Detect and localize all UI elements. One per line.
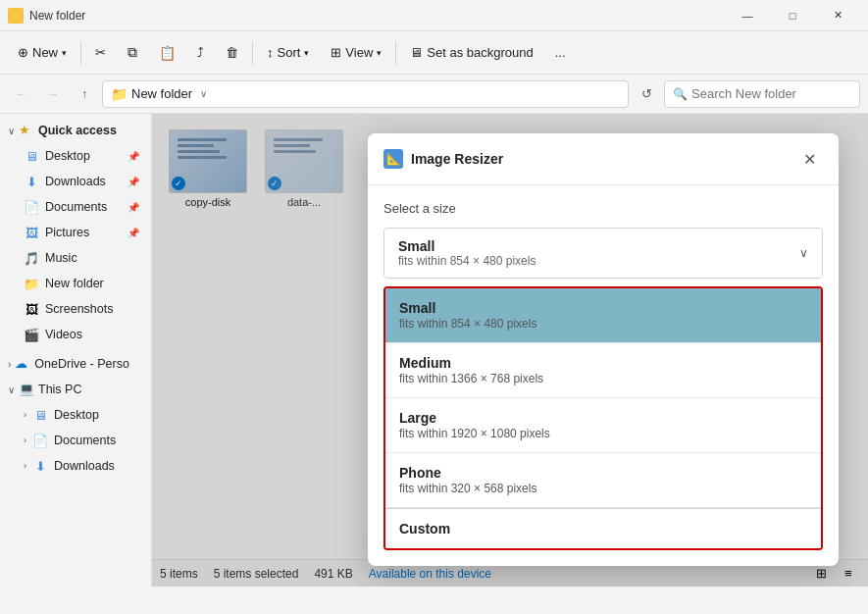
size-medium-desc: fits within 1366 × 768 pixels (399, 372, 807, 385)
size-list: Small fits within 854 × 480 pixels Mediu… (383, 286, 823, 550)
size-large-desc: fits within 1920 × 1080 pixels (399, 427, 807, 440)
size-dropdown-header[interactable]: Small fits within 854 × 480 pixels ∨ (384, 229, 822, 278)
address-box[interactable]: 📁 New folder ∨ (102, 80, 629, 108)
sidebar-item-newfolder[interactable]: 📁 New folder (4, 271, 147, 296)
set-background-button[interactable]: 🖥 Set as background (400, 36, 542, 70)
size-option-small[interactable]: Small fits within 854 × 480 pixels (385, 288, 821, 343)
refresh-button[interactable]: ↺ (633, 80, 660, 108)
size-small-desc: fits within 854 × 480 pixels (399, 317, 807, 331)
thispc-header[interactable]: ∨ 💻 This PC (0, 377, 151, 402)
size-medium-name: Medium (399, 355, 807, 371)
sidebar-item-documents[interactable]: 📄 Documents 📌 (4, 194, 147, 220)
thispc-dl-chevron: › (24, 461, 26, 471)
copy-icon: ⧉ (128, 44, 137, 61)
content-area: ✓ copy-disk ✓ data-... (152, 114, 868, 587)
delete-button[interactable]: 🗑 (216, 36, 248, 70)
size-option-phone[interactable]: Phone fits within 320 × 568 pixels (385, 453, 821, 508)
quick-access-label: Quick access (38, 124, 117, 137)
view-button[interactable]: ⊞ View ▾ (321, 36, 391, 70)
sidebar-item-pictures[interactable]: 🖼 Pictures 📌 (4, 220, 147, 245)
modal-app-icon: 📐 (383, 149, 403, 169)
sidebar-thispc-documents[interactable]: › 📄 Documents (4, 428, 147, 453)
thispc-docs-icon: 📄 (32, 433, 48, 448)
pictures-icon: 🖼 (24, 225, 39, 240)
sort-chevron: ▾ (304, 48, 309, 58)
sidebar-pictures-label: Pictures (45, 226, 89, 239)
main-layout: ∨ ★ Quick access 🖥 Desktop 📌 ⬇ Downloads… (0, 114, 868, 587)
new-icon: ⊕ (18, 45, 28, 60)
title-bar: New folder — □ ✕ (0, 0, 868, 31)
new-button[interactable]: ⊕ New ▾ (8, 36, 77, 70)
desktop-icon: 🖥 (24, 148, 39, 164)
onedrive-header[interactable]: › ☁ OneDrive - Perso (0, 351, 151, 377)
sidebar-item-downloads[interactable]: ⬇ Downloads 📌 (4, 169, 147, 194)
screenshots-icon: 🖼 (24, 301, 39, 317)
sidebar-item-videos[interactable]: 🎬 Videos (4, 322, 147, 347)
modal-subtitle: Select a size (383, 201, 823, 216)
window-title: New folder (29, 9, 85, 23)
size-option-large[interactable]: Large fits within 1920 × 1080 pixels (385, 398, 821, 453)
delete-icon: 🗑 (226, 45, 238, 60)
cut-button[interactable]: ✂ (85, 36, 116, 70)
share-button[interactable]: ⤴ (187, 36, 214, 70)
paste-button[interactable]: 📋 (149, 36, 185, 70)
size-dropdown[interactable]: Small fits within 854 × 480 pixels ∨ (383, 228, 823, 279)
sidebar-downloads-label: Downloads (45, 175, 106, 188)
sidebar-item-desktop[interactable]: 🖥 Desktop 📌 (4, 143, 147, 169)
title-bar-left: New folder (8, 8, 85, 24)
quick-access-star-icon: ★ (19, 123, 34, 138)
search-icon: 🔍 (673, 87, 688, 101)
dropdown-chevron-icon: ∨ (799, 246, 808, 260)
view-icon: ⊞ (331, 45, 341, 60)
size-option-medium[interactable]: Medium fits within 1366 × 768 pixels (385, 343, 821, 398)
sidebar-thispc-desktop[interactable]: › 🖥 Desktop (4, 402, 147, 428)
separator-3 (395, 41, 396, 65)
forward-button[interactable]: → (39, 80, 67, 108)
thispc-dl-icon: ⬇ (32, 458, 48, 474)
view-chevron: ▾ (377, 48, 382, 58)
search-box[interactable]: 🔍 (664, 80, 860, 108)
image-resizer-modal: 📐 Image Resizer ✕ Select a size Small (368, 133, 839, 566)
sidebar-desktop-label: Desktop (45, 149, 90, 163)
back-button[interactable]: ← (8, 80, 35, 108)
more-button[interactable]: ... (545, 36, 576, 70)
newfolder-icon: 📁 (24, 276, 39, 291)
address-bar: ← → ↑ 📁 New folder ∨ ↺ 🔍 (0, 75, 868, 114)
copy-button[interactable]: ⧉ (118, 36, 147, 70)
sidebar-documents-label: Documents (45, 200, 107, 214)
share-icon: ⤴ (197, 45, 204, 60)
size-option-custom[interactable]: Custom (385, 508, 821, 548)
new-label: New (32, 45, 58, 60)
pictures-pin: 📌 (128, 228, 139, 238)
quick-access-header[interactable]: ∨ ★ Quick access (0, 118, 151, 143)
close-button[interactable]: ✕ (815, 0, 860, 31)
modal-close-button[interactable]: ✕ (795, 145, 823, 173)
modal-body: Select a size Small fits within 854 × 48… (368, 185, 839, 566)
sidebar-item-screenshots[interactable]: 🖼 Screenshots (4, 296, 147, 322)
separator-1 (80, 41, 81, 65)
documents-icon: 📄 (24, 199, 39, 215)
up-button[interactable]: ↑ (71, 80, 98, 108)
search-input[interactable] (691, 86, 851, 101)
onedrive-icon: ☁ (15, 356, 30, 372)
sort-button[interactable]: ↕ Sort ▾ (257, 36, 319, 70)
toolbar: ⊕ New ▾ ✂ ⧉ 📋 ⤴ 🗑 ↕ Sort ▾ ⊞ View ▾ 🖥 Se… (0, 31, 868, 75)
sidebar-thispc-downloads[interactable]: › ⬇ Downloads (4, 453, 147, 479)
minimize-button[interactable]: — (725, 0, 770, 31)
cut-icon: ✂ (95, 45, 106, 60)
maximize-button[interactable]: □ (770, 0, 815, 31)
new-chevron: ▾ (62, 48, 67, 58)
size-small-name: Small (399, 300, 807, 316)
more-icon: ... (555, 45, 566, 60)
sidebar-item-music[interactable]: 🎵 Music (4, 245, 147, 271)
music-icon: 🎵 (24, 250, 39, 266)
view-label: View (345, 45, 373, 60)
size-phone-name: Phone (399, 465, 807, 481)
modal-title-text: Image Resizer (411, 151, 503, 167)
title-bar-controls: — □ ✕ (725, 0, 860, 31)
sidebar-screenshots-label: Screenshots (45, 302, 113, 316)
modal-overlay: 📐 Image Resizer ✕ Select a size Small (152, 114, 868, 587)
sidebar-thispc-docs-label: Documents (54, 434, 116, 447)
sort-label: Sort (278, 45, 301, 60)
modal-title-bar: 📐 Image Resizer ✕ (368, 133, 839, 185)
